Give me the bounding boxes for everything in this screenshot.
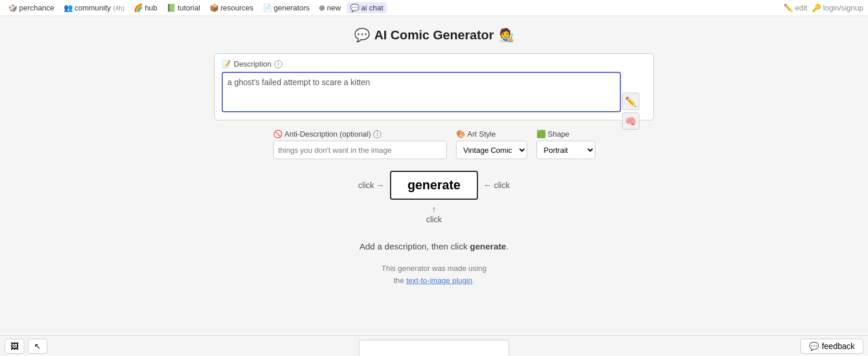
shape-icon: 🟩 [536,130,546,138]
art-style-label: 🎨 Art Style [456,130,527,138]
community-badge: (4h) [113,5,125,12]
page-title: 💬 AI Comic Generator 🧑‍🎨 [354,28,514,43]
nav-item-resources[interactable]: 📦 resources [206,2,257,13]
bottom-cursor-button[interactable]: ↖ [28,339,47,354]
feedback-icon: 💬 [809,342,819,351]
nav-label-new: new [327,3,341,12]
plugin-info: This generator was made using the text-t… [381,263,486,287]
info-text-post: . [506,241,509,251]
plugin-info-line2-pre: the [393,276,406,285]
resources-icon: 📦 [209,3,219,12]
click-below-label: click [426,215,442,224]
nav-brand[interactable]: 🎲 perchance [5,2,58,13]
top-navigation: 🎲 perchance 👥 community (4h) 🌈 hub 📗 tut… [0,0,868,16]
login-link[interactable]: 🔑 login/signup [812,3,863,12]
nav-item-new[interactable]: ⊕ new [315,2,344,13]
edit-label: edit [795,3,807,12]
shape-select[interactable]: Portrait Landscape Square [536,141,595,159]
plugin-info-line1: This generator was made using [381,264,486,273]
art-style-select[interactable]: Vintage Comic Modern Comic Manga Waterco… [456,141,527,159]
title-text: AI Comic Generator [374,28,494,43]
bottom-image-button[interactable]: 🖼 [5,339,24,354]
text-to-image-plugin-link[interactable]: text-to-image plugin [406,276,472,285]
click-below-hint: ↑ click [426,204,442,224]
info-text: Add a description, then click generate. [359,241,509,251]
key-icon: 🔑 [812,3,821,12]
brand-icon: 🎲 [8,3,17,12]
edit-link[interactable]: ✏️ edit [784,3,807,12]
anti-description-label-text: Anti-Description (optional) [285,130,372,138]
nav-item-generators[interactable]: 📄 generators [259,2,313,13]
plugin-info-line2-post: . [472,276,475,285]
anti-description-label: 🚫 Anti-Description (optional) i [273,130,447,138]
anti-description-info-icon[interactable]: i [373,130,381,138]
description-action-buttons: ✏️ 🧠 [622,93,639,130]
new-icon: ⊕ [319,3,325,12]
shape-label: 🟩 Shape [536,130,595,138]
description-input[interactable]: a ghost's failed attempt to scare a kitt… [222,72,621,112]
anti-description-group: 🚫 Anti-Description (optional) i [273,130,447,159]
art-style-group: 🎨 Art Style Vintage Comic Modern Comic M… [456,130,527,159]
description-info-icon[interactable]: i [274,60,282,68]
image-icon: 🖼 [10,342,19,351]
main-content: 💬 AI Comic Generator 🧑‍🎨 📝 Description i… [0,16,868,356]
title-icon-left: 💬 [354,28,370,43]
description-label-icon: 📝 [222,60,231,68]
brain-icon: 🧠 [625,116,637,127]
options-row: 🚫 Anti-Description (optional) i 🎨 Art St… [273,130,595,159]
title-icon-right: 🧑‍🎨 [498,28,514,43]
generate-row: click → generate ← click [358,171,510,200]
info-text-bold: generate [470,241,506,251]
hub-icon: 🌈 [134,3,143,12]
nav-label-tutorial: tutorial [178,3,200,12]
nav-label-community: community [75,3,111,12]
description-section: 📝 Description i a ghost's failed attempt… [214,53,654,120]
community-icon: 👥 [64,3,73,12]
cursor-icon: ↖ [34,342,41,351]
nav-item-community[interactable]: 👥 community (4h) [60,2,128,13]
feedback-label: feedback [822,342,855,351]
description-label-text: Description [234,60,271,68]
tutorial-icon: 📗 [167,3,176,12]
login-label: login/signup [823,3,863,12]
nav-item-tutorial[interactable]: 📗 tutorial [163,2,204,13]
anti-description-icon: 🚫 [273,130,282,138]
center-bottom-input[interactable] [359,340,509,356]
feedback-button[interactable]: 💬 feedback [800,339,863,354]
bottom-bar: 🖼 ↖ 💬 feedback [0,335,868,356]
generate-button[interactable]: generate [390,171,478,200]
anti-description-input[interactable] [273,141,447,159]
description-label: 📝 Description i [222,60,646,68]
generate-section: click → generate ← click ↑ click [358,171,510,224]
nav-label-generators: generators [274,3,310,12]
generators-icon: 📄 [263,3,272,12]
info-text-pre: Add a description, then click [359,241,470,251]
nav-label-hub: hub [145,3,157,12]
center-bottom-bar [359,340,509,356]
nav-item-ai-chat[interactable]: 💬 ai chat [347,2,387,13]
arrow-up-icon: ↑ [432,204,436,214]
edit-description-button[interactable]: ✏️ [622,93,639,110]
click-left-hint: click → [358,181,384,190]
palette-icon: 🎨 [456,130,465,138]
brand-label: perchance [19,3,54,12]
nav-right: ✏️ edit 🔑 login/signup [784,3,863,12]
ai-suggest-button[interactable]: 🧠 [622,112,639,130]
art-style-label-text: Art Style [468,130,496,138]
nav-label-resources: resources [220,3,253,12]
shape-group: 🟩 Shape Portrait Landscape Square [536,130,595,159]
ai-chat-icon: 💬 [350,3,359,12]
click-right-hint: ← click [484,181,510,190]
nav-item-hub[interactable]: 🌈 hub [130,2,161,13]
shape-label-text: Shape [548,130,570,138]
edit-description-icon: ✏️ [625,96,637,107]
nav-label-ai-chat: ai chat [361,3,383,12]
edit-icon: ✏️ [784,3,793,12]
